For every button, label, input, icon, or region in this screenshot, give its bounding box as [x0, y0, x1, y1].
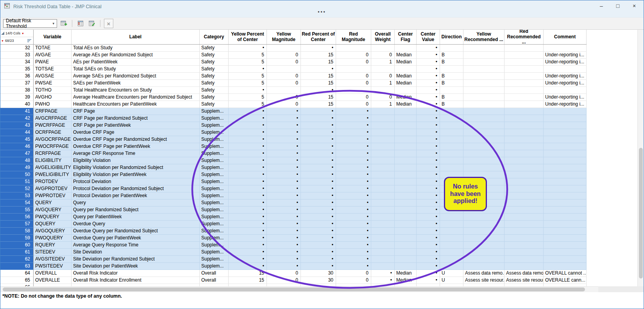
cell-variable[interactable]: AVGAE [34, 52, 72, 59]
row-number[interactable]: 52 [0, 185, 34, 192]
cell-rmag[interactable]: • [336, 143, 371, 150]
cell-ypc[interactable]: • [229, 164, 267, 171]
cell-label[interactable]: Protocol Deviation per Randomized Subjec… [72, 185, 200, 192]
cell-rpc[interactable]: 30 [301, 270, 336, 277]
cell-ymag[interactable]: • [267, 199, 301, 207]
table-row[interactable]: 45AVGOCRFPAGEOverdue CRF Page per Random… [0, 136, 587, 143]
cell-flag[interactable] [395, 115, 417, 122]
cell-dir[interactable]: B [440, 59, 463, 66]
cell-variable[interactable]: AVGOQUERY [34, 228, 72, 235]
column-header-flag[interactable]: Center Flag [395, 30, 417, 44]
table-row[interactable]: 56PWQUERYQuery per PatientWeekSupplem...… [0, 214, 587, 221]
table-row[interactable]: 60RQUERYAverage Query Response TimeSuppl… [0, 242, 587, 249]
table-row[interactable]: 47RCRFPAGEAverage CRF Response TimeSuppl… [0, 150, 587, 157]
row-number[interactable]: 61 [0, 249, 34, 256]
cell-comment[interactable]: Under-reporting i... [544, 101, 587, 108]
cell-cval[interactable]: • [417, 52, 440, 59]
cell-comment[interactable] [544, 185, 587, 192]
cell-variable[interactable]: PWOCRFPAGE [34, 143, 72, 150]
row-number[interactable]: 37 [0, 80, 34, 87]
table-row[interactable]: 39AVGHOAverage Healthcare Encounters per… [0, 94, 587, 101]
cell-cval[interactable]: • [417, 192, 440, 199]
cell-ymag[interactable]: • [267, 122, 301, 129]
row-number[interactable]: 65 [0, 277, 34, 284]
cell-yrec[interactable] [463, 73, 504, 80]
cell-dir[interactable]: B [440, 52, 463, 59]
cell-yrec[interactable]: Assess data remo... [463, 270, 504, 277]
cell-variable[interactable]: PWSITEDEV [34, 263, 72, 270]
cell-yrec[interactable] [463, 122, 504, 129]
cell-ymag[interactable]: 0 [267, 59, 301, 66]
cell-yrec[interactable] [463, 66, 504, 73]
cell-ymag[interactable]: • [267, 242, 301, 249]
cell-rmag[interactable]: • [336, 256, 371, 263]
cell-variable[interactable]: PWELIGIBILITY [34, 171, 72, 178]
cell-ypc[interactable]: 5 [229, 80, 267, 87]
cell-label[interactable]: Total AEs on Study [72, 45, 200, 52]
cell-dir[interactable] [440, 263, 463, 270]
cell-ypc[interactable]: 5 [229, 73, 267, 80]
row-number[interactable]: 57 [0, 221, 34, 228]
cell-comment[interactable] [544, 249, 587, 256]
cell-rmag[interactable]: • [336, 136, 371, 143]
cell-flag[interactable] [395, 256, 417, 263]
cell-rmag[interactable]: • [336, 249, 371, 256]
cell-variable[interactable]: CRFPAGE [34, 108, 72, 115]
cell-yrec[interactable] [463, 101, 504, 108]
cell-flag[interactable]: Median [395, 270, 417, 277]
cell-variable[interactable]: TOTAE [34, 45, 72, 52]
cell-cval[interactable]: • [417, 66, 440, 73]
cell-dir[interactable]: B [440, 73, 463, 80]
row-number[interactable]: 42 [0, 115, 34, 122]
cell-category[interactable]: Supplem... [200, 178, 229, 185]
cell-variable[interactable]: OVERALL [34, 270, 72, 277]
column-header-comment[interactable]: Comment [544, 30, 587, 44]
cell-ymag[interactable]: 0 [267, 101, 301, 108]
column-header-category[interactable]: Category [200, 30, 229, 44]
cell-ypc[interactable]: • [229, 207, 267, 214]
cell-weight[interactable] [371, 263, 395, 270]
cell-rpc[interactable]: • [301, 228, 336, 235]
column-header-variable[interactable]: Variable [34, 30, 72, 44]
cell-dir[interactable] [440, 228, 463, 235]
cell-weight[interactable] [371, 45, 395, 52]
cell-ypc[interactable]: • [229, 157, 267, 164]
vertical-scrollbar-thumb[interactable] [639, 148, 643, 278]
table-row[interactable]: 51PROTDEVProtocol DeviationSupplem...•••… [0, 178, 587, 185]
cell-variable[interactable]: AVGELIGIBILITY [34, 164, 72, 171]
cell-category[interactable]: Supplem... [200, 192, 229, 199]
cell-ypc[interactable]: • [229, 66, 267, 73]
table-row[interactable]: 36AVGSAEAverage SAEs per Randomized Subj… [0, 73, 587, 80]
cell-ymag[interactable]: • [267, 115, 301, 122]
horizontal-scrollbar[interactable] [0, 286, 598, 292]
cell-ypc[interactable]: • [229, 171, 267, 178]
table-row[interactable]: 42AVGCRFPAGECRF Page per Randomized Subj… [0, 115, 587, 122]
cell-label[interactable]: CRF Page per PatientWeek [72, 122, 200, 129]
cell-comment[interactable] [544, 214, 587, 221]
cell-dir[interactable] [440, 214, 463, 221]
cell-dir[interactable] [440, 242, 463, 249]
cell-rmag[interactable]: 0 [336, 59, 371, 66]
cell-comment[interactable] [544, 199, 587, 207]
cell-comment[interactable]: Under-reporting i... [544, 80, 587, 87]
cell-comment[interactable] [544, 178, 587, 185]
cell-dir[interactable] [440, 129, 463, 136]
cell-ypc[interactable]: • [229, 228, 267, 235]
cell-cval[interactable]: • [417, 143, 440, 150]
cell-variable[interactable]: PWOQUERY [34, 235, 72, 242]
row-number[interactable]: 60 [0, 242, 34, 249]
cell-rrec[interactable] [504, 178, 544, 185]
cell-rmag[interactable]: • [336, 228, 371, 235]
cell-cval[interactable]: • [417, 270, 440, 277]
cell-rpc[interactable]: 15 [301, 59, 336, 66]
save-risk-threshold-button[interactable] [76, 19, 85, 28]
cell-dir[interactable]: B [440, 101, 463, 108]
cell-ymag[interactable]: • [267, 150, 301, 157]
cell-ypc[interactable]: • [229, 214, 267, 221]
table-row[interactable]: 52AVGPROTDEVProtocol Deviation per Rando… [0, 185, 587, 192]
cell-rpc[interactable]: 15 [301, 80, 336, 87]
cell-label[interactable]: Eligibility Violation per Randomized Sub… [72, 164, 200, 171]
cell-rpc[interactable]: • [301, 263, 336, 270]
cell-label[interactable]: Average AEs per Randomized Subject [72, 52, 200, 59]
cell-ymag[interactable]: • [267, 192, 301, 199]
